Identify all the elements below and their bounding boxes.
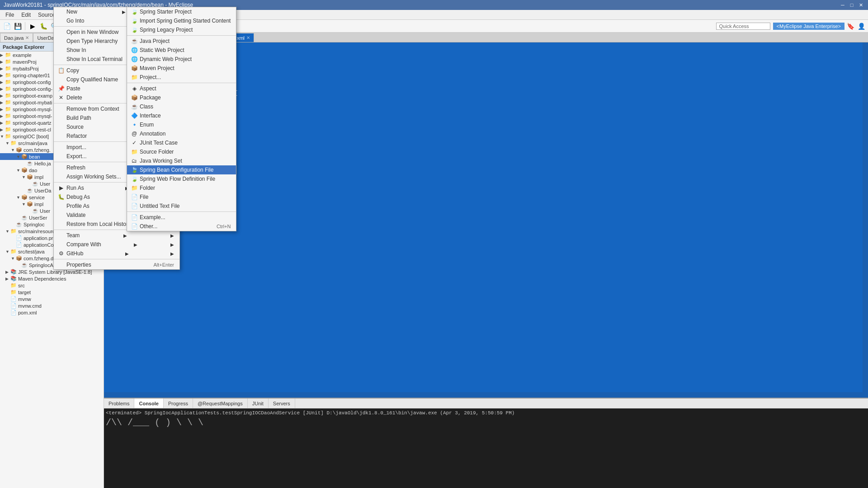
submenu-new-item[interactable]: @Annotation xyxy=(127,129,236,138)
tree-arrow-icon: ▼ xyxy=(16,155,21,159)
ctx-item-label: Remove from Context xyxy=(66,106,119,112)
tree-item[interactable]: 📁 target xyxy=(0,289,104,296)
submenu-new-item[interactable]: 📄Other...Ctrl+N xyxy=(127,222,236,231)
tab-servers[interactable]: Servers xyxy=(269,399,295,408)
menu-edit[interactable]: Edit xyxy=(18,11,34,19)
tree-arrow-icon: ▼ xyxy=(5,229,10,234)
ctx-item-label: Assign Working Sets... xyxy=(66,174,121,180)
tree-file-icon: 📁 xyxy=(5,133,12,139)
submenu-new-item[interactable]: 🔷Interface xyxy=(127,111,236,120)
tree-file-icon: ☕ xyxy=(32,181,39,187)
tree-item-label: User xyxy=(39,208,50,214)
submenu-new-item[interactable]: 🌐Dynamic Web Project xyxy=(127,55,236,64)
submenu-separator xyxy=(127,35,236,36)
submenu-separator xyxy=(127,83,236,83)
tree-arrow-icon: ▶ xyxy=(0,100,5,105)
context-menu-item[interactable]: Compare With▶▶ xyxy=(54,240,179,249)
submenu-item-icon: 📁 xyxy=(131,74,138,81)
ctx-item-icon: 📌 xyxy=(57,85,65,92)
tree-file-icon: ☕ xyxy=(21,262,28,268)
toolbar-sep1 xyxy=(25,22,25,30)
ctx-item-label: Delete xyxy=(66,94,82,101)
tab-progress[interactable]: Progress xyxy=(164,399,193,408)
submenu-new-item[interactable]: 🍃Spring Web Flow Definition File xyxy=(127,174,236,183)
submenu-new-item[interactable]: 📄Untitled Text File xyxy=(127,202,236,211)
tab-requestmappings[interactable]: @RequestMappings xyxy=(193,399,248,408)
tree-item-label: mvnw.cmd xyxy=(17,303,42,309)
maximize-button[interactable]: □ xyxy=(848,1,855,9)
submenu-new-item[interactable]: 📦Maven Project xyxy=(127,64,236,73)
submenu-new-item[interactable]: ✓JUnit Test Case xyxy=(127,138,236,147)
submenu-new-item[interactable]: 📦Package xyxy=(127,93,236,102)
tree-item-label: springboot-examp xyxy=(12,93,52,99)
tree-file-icon: 📁 xyxy=(10,228,17,234)
close-button[interactable]: ✕ xyxy=(857,1,864,9)
submenu-new-item[interactable]: 🍃Spring Starter Project xyxy=(127,7,236,16)
tree-file-icon: 📄 xyxy=(15,242,23,248)
submenu-new-item[interactable]: 📄Example... xyxy=(127,213,236,222)
tree-item[interactable]: ▶ 📚 Maven Dependencies xyxy=(0,275,104,282)
tree-file-icon: 📦 xyxy=(15,147,23,153)
ctx-item-label: Show In xyxy=(66,47,86,53)
menu-file[interactable]: File xyxy=(2,11,18,19)
ctx-submenu-arrow: ▶ xyxy=(170,251,174,256)
tree-item-label: mybaitsProj xyxy=(12,66,38,71)
tree-item-label: spring-chapter01 xyxy=(12,73,50,78)
submenu-item-icon: ☕ xyxy=(131,38,138,45)
tree-item[interactable]: 📄 mvnw xyxy=(0,296,104,302)
tab-pomxml-close[interactable]: ✕ xyxy=(246,35,250,40)
submenu-new-item[interactable]: 🍃Import Spring Getting Started Content xyxy=(127,16,236,25)
submenu-new-item[interactable]: ◈Aspect xyxy=(127,84,236,93)
submenu-new-item[interactable]: ☕Java Project xyxy=(127,37,236,46)
ctx-item-label: Open in New Window xyxy=(66,29,118,35)
tree-arrow-icon: ▼ xyxy=(5,141,10,145)
tree-file-icon: ☕ xyxy=(21,215,28,221)
editor-hscrollbar[interactable] xyxy=(104,392,863,398)
submenu-new-item[interactable]: 📁Project... xyxy=(127,73,236,82)
editor-scrollbar[interactable] xyxy=(863,42,868,398)
submenu-new-item[interactable]: 📁Source Folder xyxy=(127,147,236,156)
context-menu-item[interactable]: PropertiesAlt+Enter xyxy=(54,260,179,269)
tree-file-icon: 📦 xyxy=(21,167,28,173)
tab-problems[interactable]: Problems xyxy=(104,399,134,408)
submenu-item-icon: ✓ xyxy=(131,139,138,146)
submenu-item-label: Maven Project xyxy=(140,65,175,71)
toolbar-icon2[interactable]: 👤 xyxy=(856,21,866,31)
tree-item-label: mvnw xyxy=(17,296,31,302)
tree-arrow-icon: ▼ xyxy=(16,195,21,200)
submenu-new-item[interactable]: 📁Folder xyxy=(127,183,236,192)
tree-item[interactable]: 📁 src xyxy=(0,282,104,289)
tree-file-icon: 📦 xyxy=(26,174,33,180)
tab-dao[interactable]: Dao.java ✕ xyxy=(0,33,33,42)
submenu-new-item[interactable]: 🌐Static Web Project xyxy=(127,46,236,55)
tree-file-icon: 📦 xyxy=(26,201,33,207)
submenu-new-item[interactable]: ☕Class xyxy=(127,102,236,111)
tree-file-icon: 📁 xyxy=(5,66,12,71)
toolbar-run[interactable]: ▶ xyxy=(28,21,38,31)
ctx-item-label: Build Path xyxy=(66,115,91,121)
tab-dao-close[interactable]: ✕ xyxy=(25,35,29,40)
toolbar-debug[interactable]: 🐛 xyxy=(38,21,48,31)
tree-arrow-icon: ▶ xyxy=(0,127,5,132)
submenu-new-item[interactable]: 🍃Spring Bean Configuration File xyxy=(127,165,236,174)
quick-access-box[interactable]: Quick Access xyxy=(716,23,770,30)
toolbar-new[interactable]: 📄 xyxy=(2,21,12,31)
tree-item-label: Hello.ja xyxy=(33,161,51,166)
submenu-new-item[interactable]: 📄File xyxy=(127,192,236,202)
context-menu-item[interactable]: Team▶▶ xyxy=(54,231,179,240)
toolbar-save[interactable]: 💾 xyxy=(13,21,23,31)
tree-file-icon: 📁 xyxy=(5,120,12,126)
submenu-new-item[interactable]: 🔹Enum xyxy=(127,120,236,129)
submenu-new-item[interactable]: 🗂Java Working Set xyxy=(127,156,236,165)
context-menu-item[interactable]: ⚙GitHub▶▶ xyxy=(54,249,179,258)
tab-console[interactable]: Console xyxy=(134,399,163,408)
tab-junit[interactable]: JUnit xyxy=(248,399,269,408)
toolbar-icon1[interactable]: 🔖 xyxy=(845,21,855,31)
tree-item-label: SpringIoc xyxy=(23,222,44,227)
perspective-btn[interactable]: <MyEclipse Java Enterprise> xyxy=(773,23,844,30)
tree-item[interactable]: 📄 mvnw.cmd xyxy=(0,302,104,309)
tree-item[interactable]: 📄 pom.xml xyxy=(0,309,104,316)
minimize-button[interactable]: ─ xyxy=(839,1,846,9)
tree-item-label: src/main/java xyxy=(17,141,47,146)
submenu-new-item[interactable]: 🍃Spring Legacy Project xyxy=(127,25,236,34)
